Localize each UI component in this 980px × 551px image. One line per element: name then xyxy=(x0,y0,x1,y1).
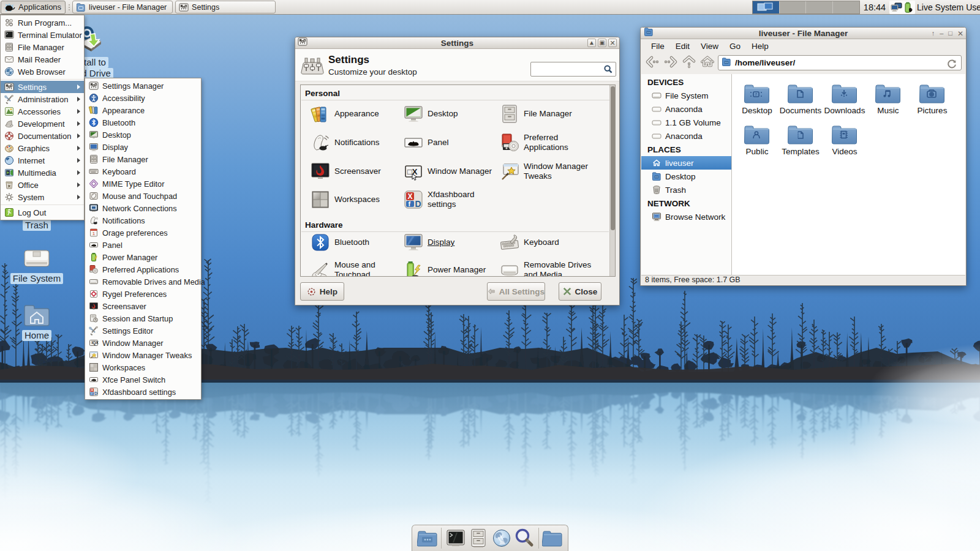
svg-text:X: X xyxy=(407,192,412,201)
svg-text:f: f xyxy=(408,200,410,208)
svg-text:D: D xyxy=(94,391,97,395)
svg-text:IQX: IQX xyxy=(91,340,99,345)
svg-text:f: f xyxy=(91,392,92,395)
svg-text:D: D xyxy=(415,199,421,209)
svg-text:1: 1 xyxy=(92,231,96,236)
